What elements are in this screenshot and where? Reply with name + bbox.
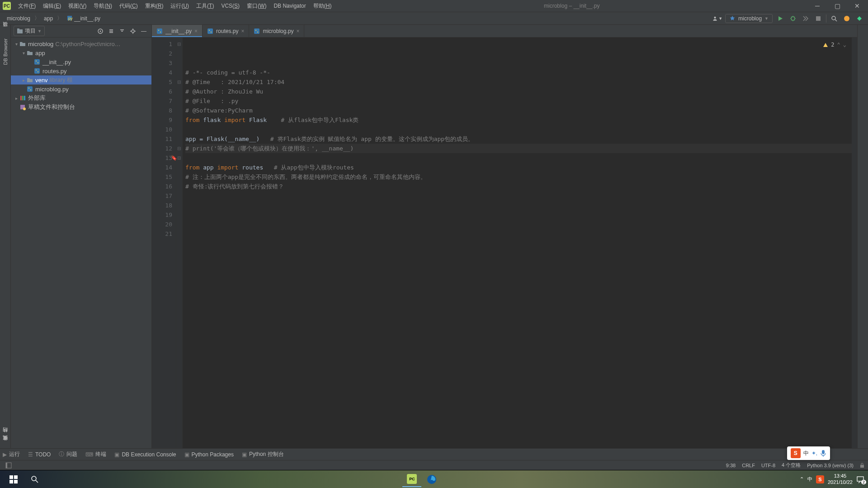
menu-item[interactable]: DB Navigator (270, 0, 309, 12)
bottom-tool-tab[interactable]: ⓘ问题 (59, 450, 77, 458)
svg-rect-29 (208, 28, 213, 34)
indent-setting[interactable]: 4 个空格 (782, 462, 801, 469)
svg-point-42 (32, 476, 36, 481)
menu-item[interactable]: 窗口(W) (243, 0, 270, 12)
minimize-button[interactable]: ─ (808, 0, 826, 12)
stop-button[interactable] (813, 14, 823, 23)
run-button[interactable] (775, 14, 785, 23)
tree-row[interactable]: ▾microblogC:\pythonProject\micro… (11, 39, 151, 48)
tree-row[interactable]: ▸venvlibrary 根 (11, 75, 151, 84)
svg-rect-18 (27, 86, 33, 92)
svg-rect-22 (22, 96, 24, 100)
tab-close-icon[interactable]: × (241, 28, 244, 34)
bottom-tool-tab[interactable]: ☰TODO (28, 451, 51, 458)
taskbar-edge-icon[interactable] (422, 472, 441, 487)
tray-chevron-icon[interactable]: ⌃ (800, 476, 804, 482)
inspection-indicator[interactable]: 2 ⌃ ⌄ (823, 40, 846, 50)
run-config-selector[interactable]: microblog ▼ (725, 14, 773, 23)
breadcrumb-item[interactable]: microblog (5, 14, 33, 23)
fold-gutter[interactable]: ⊟⊟⊟⊟ (176, 38, 183, 448)
menu-item[interactable]: 运行(U) (167, 0, 193, 12)
bottom-tool-tab[interactable]: ▣DB Execution Console (114, 451, 176, 458)
menu-item[interactable]: 代码(C) (116, 0, 142, 12)
bottom-tool-tab[interactable]: ▶运行 (3, 450, 20, 458)
fold-marker-icon[interactable]: ⊟ (177, 153, 181, 163)
fold-marker-icon[interactable]: ⊟ (177, 144, 181, 153)
close-button[interactable]: ✕ (848, 0, 866, 12)
breadcrumb-item[interactable]: app (42, 14, 55, 23)
menu-item[interactable]: 帮助(H) (310, 0, 335, 12)
svg-point-17 (38, 71, 38, 72)
tool-windows-icon[interactable] (4, 460, 14, 470)
bottom-tool-tab[interactable]: ▣Python Packages (184, 451, 234, 458)
project-panel: 项目 ▼ — ▾microblogC:\pythonProject\micro…… (11, 25, 152, 448)
panel-settings-icon[interactable] (128, 26, 138, 36)
editor-tabs: __init__.py×routes.py×microblog.py× (152, 25, 857, 38)
menu-item[interactable]: 视图(V) (65, 0, 90, 12)
tree-row[interactable]: 草稿文件和控制台 (11, 103, 151, 112)
menu-item[interactable]: 编辑(E) (39, 0, 65, 12)
structure-tool-tab[interactable]: 结构 (1, 433, 9, 440)
ime-floating-bar[interactable]: S 中 ✦, (787, 446, 830, 460)
code-editor[interactable]: 2 ⌃ ⌄ # -*- coding = utf-8 -*-# @Time : … (183, 38, 852, 448)
breadcrumb-sep: 〉 (57, 14, 62, 22)
project-tree[interactable]: ▾microblogC:\pythonProject\micro…▾app__i… (11, 38, 151, 448)
svg-point-30 (209, 30, 210, 31)
editor-scrollbar[interactable] (852, 38, 857, 448)
notifications-icon[interactable]: 2 (856, 475, 864, 483)
tab-close-icon[interactable]: × (194, 28, 198, 34)
project-view-selector[interactable]: 项目 ▼ (14, 26, 45, 36)
editor-tab[interactable]: __init__.py× (152, 25, 203, 37)
select-opened-file-icon[interactable] (95, 26, 105, 36)
file-encoding[interactable]: UTF-8 (761, 463, 775, 468)
collapse-all-icon[interactable] (117, 26, 127, 36)
search-icon[interactable] (25, 472, 44, 487)
menu-item[interactable]: 文件(F) (14, 0, 39, 12)
tray-ime-icon[interactable]: 中 (807, 476, 812, 483)
tree-row[interactable]: ▸外部库 (11, 94, 151, 103)
svg-rect-12 (34, 59, 40, 65)
editor-tab[interactable]: routes.py× (203, 25, 249, 37)
microphone-icon[interactable] (820, 450, 826, 457)
search-everywhere-icon[interactable] (829, 14, 839, 23)
tray-sogou-icon[interactable]: S (816, 475, 824, 483)
bookmark-icon[interactable]: 🔖 (171, 153, 177, 163)
tab-close-icon[interactable]: × (296, 28, 299, 34)
user-icon[interactable]: ▼ (712, 14, 722, 23)
svg-rect-40 (9, 480, 13, 483)
project-tool-tab[interactable]: 项目 (1, 27, 9, 34)
fold-marker-icon[interactable]: ⊟ (177, 77, 181, 87)
taskbar-pycharm-icon[interactable]: PC (402, 472, 421, 487)
menu-item[interactable]: 工具(T) (193, 0, 217, 12)
debug-button[interactable] (788, 14, 798, 23)
fold-marker-icon[interactable]: ⊟ (177, 39, 181, 49)
bottom-tool-tab[interactable]: ▣Python 控制台 (242, 450, 284, 458)
hide-panel-icon[interactable]: — (139, 26, 149, 36)
bottom-tool-tab[interactable]: ⌨终端 (85, 450, 106, 458)
svg-point-28 (160, 32, 161, 33)
tree-row[interactable]: microblog.py (11, 84, 151, 94)
menu-item[interactable]: VCS(S) (217, 0, 243, 12)
windows-taskbar: PC ⌃ 中 S 13:45 2021/10/22 2 (0, 470, 868, 488)
tree-row[interactable]: routes.py (11, 66, 151, 75)
ide-updates-icon[interactable] (842, 14, 852, 23)
python-interpreter[interactable]: Python 3.9 (venv) (3) (807, 463, 854, 468)
expand-all-icon[interactable] (106, 26, 116, 36)
editor-tab[interactable]: microblog.py× (249, 25, 304, 37)
start-button[interactable] (4, 472, 24, 487)
tree-row[interactable]: __init__.py (11, 57, 151, 66)
maximize-button[interactable]: ▢ (828, 0, 846, 12)
tree-row[interactable]: ▾app (11, 48, 151, 57)
db-browser-tool-tab[interactable]: DB Browser (2, 35, 9, 69)
code-with-me-icon[interactable] (854, 14, 864, 23)
caret-position[interactable]: 9:38 (726, 463, 736, 468)
read-only-lock-icon[interactable] (860, 463, 864, 468)
taskbar-clock[interactable]: 13:45 2021/10/22 (828, 473, 853, 485)
more-run-button[interactable] (801, 14, 811, 23)
svg-rect-23 (24, 96, 25, 100)
menu-item[interactable]: 导航(N) (90, 0, 116, 12)
line-ending[interactable]: CRLF (742, 463, 755, 468)
favorites-tool-tab[interactable]: 收藏夹 (1, 441, 9, 448)
breadcrumb-item[interactable]: py__init__.py (64, 14, 103, 23)
menu-item[interactable]: 重构(R) (142, 0, 167, 12)
